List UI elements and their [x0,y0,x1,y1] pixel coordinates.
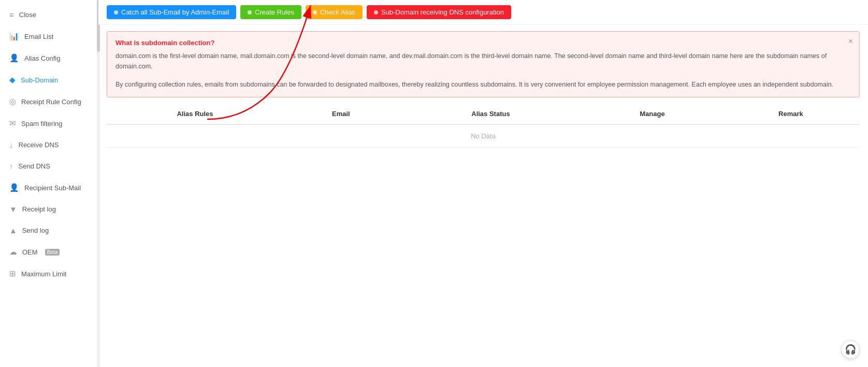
sidebar-item-receipt-rule-config[interactable]: ◎Receipt Rule Config [0,91,98,112]
info-box: What is subdomain collection? domain.com… [107,31,860,97]
close-icon: ≡ [9,10,14,19]
beta-badge: Beta [45,249,60,256]
sidebar-item-send-log[interactable]: ▲Send log [0,220,98,241]
receive-dns-icon: ↓ [9,140,13,149]
sidebar-item-label-receipt-log: Receipt log [22,205,56,213]
close-info-box-button[interactable]: × [848,37,853,46]
table-empty-row: No Data [107,124,860,148]
alias-config-icon: 👤 [9,53,19,63]
sidebar-item-label-sub-domain: Sub-Domain [21,76,58,84]
sidebar-item-label-recipient-sub-mail: Recipient Sub-Mail [24,184,81,192]
sidebar-item-alias-config[interactable]: 👤Alias Config [0,47,98,69]
check-alias-label: Check Alias [320,8,355,16]
catch-all-label: Catch all Sub-Email by Admin-Email [121,8,229,16]
receipt-log-icon: ▼ [9,205,17,214]
sidebar-item-label-send-log: Send log [22,227,49,234]
recipient-sub-mail-icon: 👤 [9,183,19,192]
sidebar-item-label-receipt-rule-config: Receipt Rule Config [21,98,81,106]
maximum-limit-icon: ⊞ [9,269,16,278]
sub-domain-dns-label: Sub-Domain receiving DNS configuration [381,8,504,16]
sub-domain-dns-button[interactable]: Sub-Domain receiving DNS configuration [367,5,511,19]
sidebar-item-maximum-limit[interactable]: ⊞Maximum Limit [0,263,98,285]
sub-domain-icon: ◆ [9,75,16,84]
check-alias-dot-icon [313,10,317,15]
info-box-paragraph-2: By configuring collection rules, emails … [115,79,851,90]
send-dns-icon: ↑ [9,162,13,171]
sidebar-item-sub-domain[interactable]: ◆Sub-Domain [0,69,98,91]
headphone-icon: 🎧 [845,344,856,355]
col-email: Email [283,104,399,124]
sidebar-item-send-dns[interactable]: ↑Send DNS [0,156,98,177]
sidebar-item-label-oem: OEM [22,248,38,256]
table-container: Alias RulesEmailAlias StatusManageRemark… [107,104,860,367]
create-rules-label: Create Rules [255,8,294,16]
sidebar-item-spam-filtering[interactable]: ✉Spam filtering [0,112,98,134]
sidebar-item-label-alias-config: Alias Config [24,54,60,62]
sidebar-item-label-email-list: Email List [24,33,53,40]
sidebar-item-receipt-log[interactable]: ▼Receipt log [0,199,98,220]
col-remark: Remark [722,104,860,124]
col-alias-status: Alias Status [399,104,583,124]
info-box-paragraph-1: domain.com is the first-level domain nam… [115,51,851,72]
sidebar-item-label-spam-filtering: Spam filtering [21,120,62,128]
check-alias-button[interactable]: Check Alias [306,5,363,19]
create-rules-dot-icon [248,10,252,15]
col-alias-rules: Alias Rules [107,104,283,124]
sidebar: ≡Close📊Email List👤Alias Config◆Sub-Domai… [0,0,98,367]
sidebar-item-email-list[interactable]: 📊Email List [0,25,98,47]
toolbar: Catch all Sub-Email by Admin-EmailCreate… [98,0,868,25]
email-list-icon: 📊 [9,32,19,41]
catch-all-dot-icon [114,10,118,15]
alias-table: Alias RulesEmailAlias StatusManageRemark… [107,104,860,148]
sidebar-item-label-close: Close [19,11,36,19]
table-header-row: Alias RulesEmailAlias StatusManageRemark [107,104,860,124]
sidebar-item-label-receive-dns: Receive DNS [19,141,59,149]
support-icon-button[interactable]: 🎧 [841,340,860,359]
receipt-rule-config-icon: ◎ [9,97,16,106]
no-data-cell: No Data [107,124,860,148]
col-manage: Manage [583,104,722,124]
sidebar-item-label-maximum-limit: Maximum Limit [21,270,66,278]
create-rules-button[interactable]: Create Rules [240,5,301,19]
oem-icon: ☁ [9,247,17,257]
send-log-icon: ▲ [9,226,17,235]
catch-all-button[interactable]: Catch all Sub-Email by Admin-Email [107,5,236,19]
main-content: Catch all Sub-Email by Admin-EmailCreate… [98,0,868,367]
sidebar-item-oem[interactable]: ☁OEMBeta [0,241,98,263]
sidebar-item-label-send-dns: Send DNS [19,162,50,170]
sidebar-item-close[interactable]: ≡Close [0,4,98,25]
spam-filtering-icon: ✉ [9,119,16,128]
sub-domain-dns-dot-icon [374,10,378,15]
sidebar-item-recipient-sub-mail[interactable]: 👤Recipient Sub-Mail [0,177,98,199]
info-box-title: What is subdomain collection? [115,39,851,47]
sidebar-item-receive-dns[interactable]: ↓Receive DNS [0,134,98,156]
